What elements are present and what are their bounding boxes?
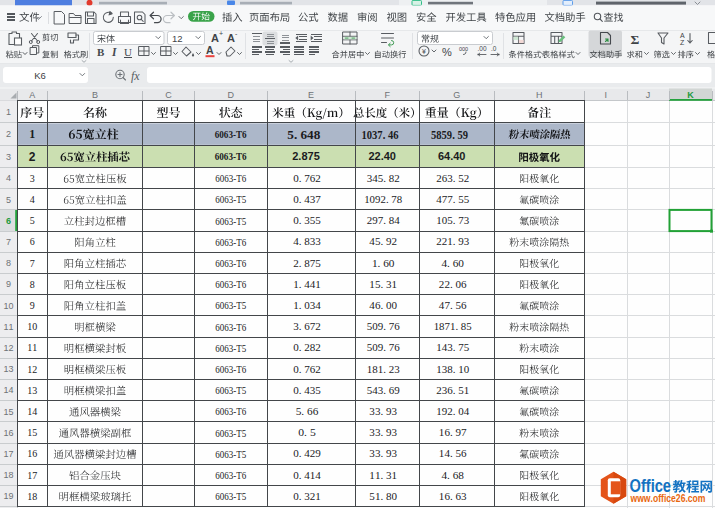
svg-text:6063-T5: 6063-T5 bbox=[215, 215, 246, 227]
svg-text:K6: K6 bbox=[34, 70, 46, 81]
svg-text:1. 60: 1. 60 bbox=[372, 258, 395, 269]
svg-text:6: 6 bbox=[30, 236, 35, 247]
svg-text:263. 52: 263. 52 bbox=[436, 173, 469, 184]
svg-text:2. 875: 2. 875 bbox=[293, 258, 321, 269]
svg-text:F: F bbox=[384, 90, 390, 100]
svg-text:22. 06: 22. 06 bbox=[439, 279, 467, 290]
svg-text:143. 75: 143. 75 bbox=[436, 342, 469, 353]
svg-text:46. 00: 46. 00 bbox=[369, 300, 397, 311]
svg-text:5859. 59: 5859. 59 bbox=[431, 128, 468, 142]
svg-text:A: A bbox=[227, 32, 235, 44]
svg-text:1092. 78: 1092. 78 bbox=[364, 194, 402, 205]
svg-text:12: 12 bbox=[3, 343, 13, 353]
svg-text:509. 76: 509. 76 bbox=[367, 342, 400, 353]
svg-text:2.875: 2.875 bbox=[292, 150, 320, 162]
svg-text:6063-T6: 6063-T6 bbox=[215, 172, 246, 184]
svg-text:1037. 46: 1037. 46 bbox=[362, 128, 399, 142]
svg-text:H: H bbox=[536, 90, 543, 100]
svg-text:B: B bbox=[92, 90, 98, 100]
svg-text:6063-T5: 6063-T5 bbox=[215, 193, 246, 205]
svg-text:6063-T5: 6063-T5 bbox=[215, 427, 246, 439]
svg-text:6063-T5: 6063-T5 bbox=[215, 384, 246, 396]
svg-text:14. 56: 14. 56 bbox=[439, 448, 467, 459]
svg-text:192. 04: 192. 04 bbox=[436, 406, 469, 417]
svg-text:5. 66: 5. 66 bbox=[296, 406, 319, 417]
svg-text:477. 55: 477. 55 bbox=[436, 194, 469, 205]
svg-text:A: A bbox=[680, 32, 685, 39]
svg-text:1. 441: 1. 441 bbox=[293, 279, 321, 290]
svg-text:9: 9 bbox=[6, 279, 11, 289]
svg-text:11: 11 bbox=[3, 322, 13, 332]
svg-text:14: 14 bbox=[3, 385, 13, 395]
svg-text:U: U bbox=[124, 46, 132, 58]
svg-text:.00: .00 bbox=[478, 45, 487, 52]
svg-text:138. 10: 138. 10 bbox=[436, 364, 469, 375]
svg-text:2: 2 bbox=[29, 150, 36, 164]
svg-text:5: 5 bbox=[6, 195, 11, 205]
svg-text:000: 000 bbox=[459, 46, 468, 52]
svg-text:fx: fx bbox=[131, 69, 140, 83]
svg-text:10: 10 bbox=[27, 321, 37, 332]
svg-text:6063-T6: 6063-T6 bbox=[215, 363, 246, 375]
svg-text:C: C bbox=[165, 90, 172, 100]
svg-text:1: 1 bbox=[6, 107, 11, 117]
svg-text:297. 84: 297. 84 bbox=[367, 215, 400, 226]
svg-text:2: 2 bbox=[6, 129, 11, 139]
svg-text:J: J bbox=[646, 90, 651, 100]
svg-text:12: 12 bbox=[27, 364, 37, 375]
svg-text:7: 7 bbox=[30, 258, 35, 269]
svg-text:33. 93: 33. 93 bbox=[369, 448, 397, 459]
svg-text:K: K bbox=[687, 90, 694, 100]
svg-text:0. 762: 0. 762 bbox=[293, 364, 321, 375]
svg-text:64.40: 64.40 bbox=[438, 150, 466, 162]
svg-text:0. 429: 0. 429 bbox=[293, 448, 321, 459]
svg-text:13: 13 bbox=[3, 364, 13, 374]
svg-text:6063-T6: 6063-T6 bbox=[215, 469, 246, 481]
svg-text:6063-T6: 6063-T6 bbox=[215, 257, 246, 269]
svg-text:6063-T5: 6063-T5 bbox=[215, 342, 246, 354]
svg-text:45. 92: 45. 92 bbox=[369, 236, 397, 247]
svg-text:33. 93: 33. 93 bbox=[369, 427, 397, 438]
svg-text:11: 11 bbox=[27, 342, 37, 353]
svg-text:15: 15 bbox=[27, 427, 37, 438]
svg-text:236. 51: 236. 51 bbox=[436, 385, 469, 396]
svg-text:3. 672: 3. 672 bbox=[293, 321, 321, 332]
svg-text:18: 18 bbox=[27, 491, 37, 502]
svg-text:0. 282: 0. 282 bbox=[293, 342, 321, 353]
svg-text:6063-T6: 6063-T6 bbox=[215, 236, 246, 248]
svg-text:15. 31: 15. 31 bbox=[369, 279, 397, 290]
svg-text:4: 4 bbox=[30, 194, 35, 205]
svg-text:Σ: Σ bbox=[631, 32, 640, 47]
svg-text:I: I bbox=[111, 46, 117, 58]
svg-text:A: A bbox=[29, 90, 35, 100]
svg-text:B: B bbox=[97, 46, 105, 58]
svg-text:6063-T6: 6063-T6 bbox=[215, 321, 246, 333]
svg-text:11. 31: 11. 31 bbox=[369, 470, 397, 481]
svg-text:0. 435: 0. 435 bbox=[293, 385, 321, 396]
svg-text:16. 63: 16. 63 bbox=[439, 491, 467, 502]
svg-text:345. 82: 345. 82 bbox=[367, 173, 400, 184]
svg-text:9: 9 bbox=[30, 300, 35, 311]
svg-text:I: I bbox=[604, 90, 607, 100]
svg-text:6063-T6: 6063-T6 bbox=[215, 278, 246, 290]
svg-text:6063-T6: 6063-T6 bbox=[215, 150, 247, 162]
svg-text:3: 3 bbox=[6, 152, 11, 162]
svg-text:A: A bbox=[211, 32, 219, 44]
svg-text:E: E bbox=[308, 90, 314, 100]
svg-text:51. 80: 51. 80 bbox=[369, 491, 397, 502]
svg-text:%: % bbox=[442, 46, 452, 58]
svg-text:1871. 85: 1871. 85 bbox=[434, 321, 472, 332]
svg-text:17: 17 bbox=[27, 470, 37, 481]
svg-text:14: 14 bbox=[27, 406, 37, 417]
svg-text:3: 3 bbox=[30, 173, 35, 184]
svg-text:1: 1 bbox=[29, 127, 35, 141]
svg-text:19: 19 bbox=[3, 491, 13, 501]
svg-text:8: 8 bbox=[30, 279, 35, 290]
svg-text:18: 18 bbox=[3, 470, 13, 480]
svg-text:6063-T5: 6063-T5 bbox=[215, 448, 246, 460]
svg-text:6063-T6: 6063-T6 bbox=[215, 128, 247, 140]
svg-text:1. 034: 1. 034 bbox=[293, 300, 321, 311]
svg-text:G: G bbox=[453, 90, 460, 100]
svg-text:16. 97: 16. 97 bbox=[439, 427, 467, 438]
svg-text:0. 355: 0. 355 bbox=[293, 215, 321, 226]
